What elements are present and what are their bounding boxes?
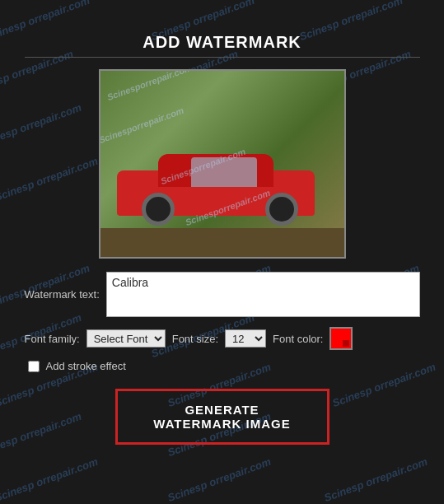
page-title: ADD WATERMARK: [143, 33, 301, 52]
main-content: ADD WATERMARK Scinesporrepair.com Scines…: [0, 0, 444, 445]
watermark-text-input[interactable]: Calibra: [106, 272, 420, 317]
font-color-swatch[interactable]: [329, 327, 353, 350]
font-size-label: Font size:: [172, 333, 218, 345]
img-watermark-2: Scinesporrepair.com: [99, 105, 185, 145]
bg-watermark-22: Scinesp orrepair.com: [322, 455, 428, 504]
font-family-label: Font family:: [25, 333, 80, 345]
road-strip: [100, 228, 344, 257]
font-size-select[interactable]: 8 10 12 14 16 18 24 36: [225, 329, 266, 348]
title-divider: [25, 57, 420, 58]
stroke-checkbox[interactable]: [28, 361, 40, 372]
car-silhouette: [117, 158, 315, 232]
preview-image: Scinesporrepair.com Scinesporrepair.com …: [100, 71, 344, 257]
watermark-text-label: Watermark text:: [25, 288, 100, 301]
font-family-select[interactable]: Select Font: [86, 329, 166, 348]
generate-button[interactable]: GENERATE WATERMARK IMAGE: [115, 389, 329, 445]
watermark-text-row: Watermark text: Calibra: [25, 272, 420, 317]
bg-watermark-20: Scinesp orrepair.com: [0, 455, 100, 504]
car-wheel-right: [265, 193, 298, 226]
font-color-label: Font color:: [273, 333, 323, 345]
img-watermark-1: Scinesporrepair.com: [105, 69, 193, 102]
image-preview-container: Scinesporrepair.com Scinesporrepair.com …: [99, 69, 346, 259]
stroke-label: Add stroke effect: [46, 360, 126, 372]
bg-watermark-21: Scinesp orrepair.com: [166, 455, 272, 504]
font-settings-row: Font family: Select Font Font size: 8 10…: [25, 327, 420, 350]
stroke-row: Add stroke effect: [25, 360, 420, 372]
form-area: Watermark text: Calibra Font family: Sel…: [25, 272, 420, 445]
car-wheel-left: [142, 193, 175, 226]
